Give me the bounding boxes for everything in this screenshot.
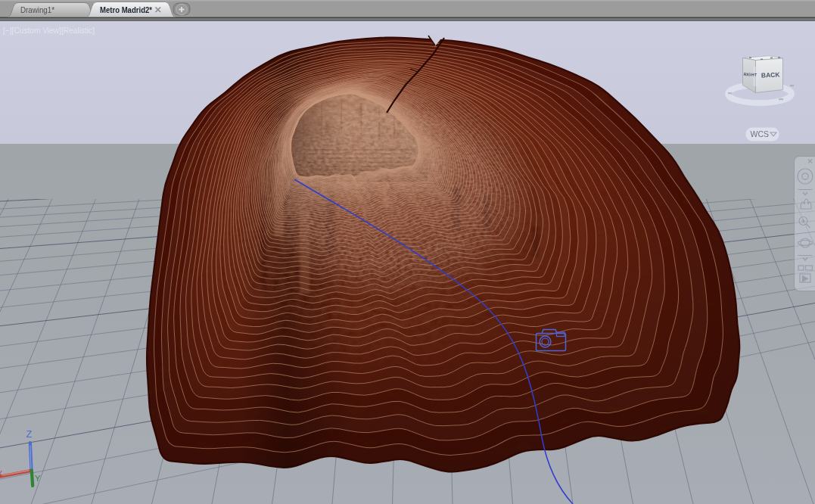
svg-text:WCS: WCS: [751, 129, 770, 138]
svg-text:BACK: BACK: [761, 71, 781, 79]
svg-text:RIGHT: RIGHT: [743, 72, 757, 77]
svg-text:Metro Madrid2*: Metro Madrid2*: [100, 5, 153, 14]
svg-text:Drawing1*: Drawing1*: [20, 5, 55, 14]
svg-text:Y: Y: [35, 474, 41, 483]
svg-text:[−][Custom View][Realistic]: [−][Custom View][Realistic]: [3, 26, 95, 35]
svg-text:Z: Z: [26, 429, 33, 440]
